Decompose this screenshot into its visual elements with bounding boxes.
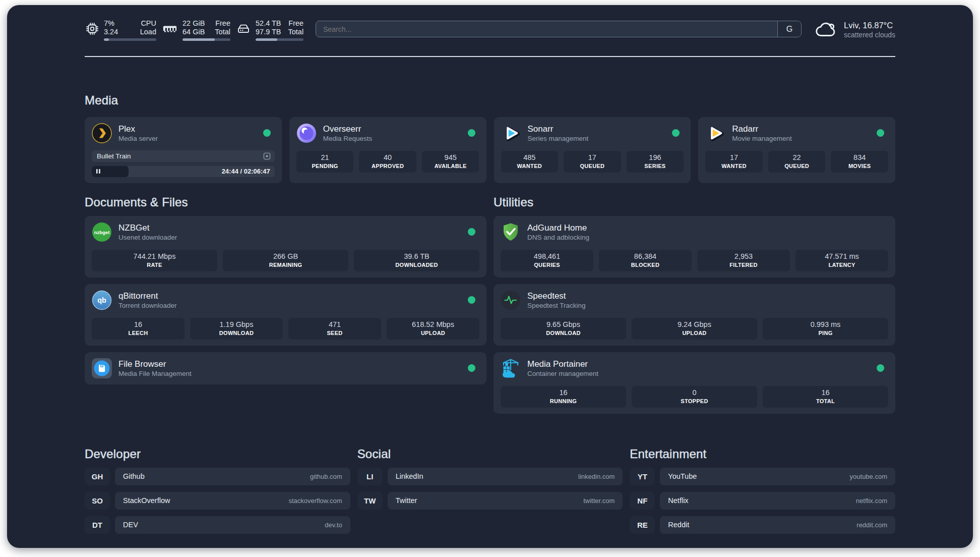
service-card-adguard[interactable]: AdGuard Home DNS and adblocking 498,461Q… (494, 216, 895, 277)
bookmark-abbr: RE (630, 516, 655, 534)
service-description: Media server (118, 134, 158, 143)
stat-box: 485WANTED (501, 151, 559, 173)
sonarr-icon (501, 123, 521, 143)
bookmark-url: stackoverflow.com (288, 497, 342, 505)
stat-box: 498,461QUERIES (501, 250, 593, 271)
cpu-progress-bar (104, 38, 156, 41)
disk-free-label: Free (288, 19, 304, 28)
top-bar: 7% 3.24 CPU Load (85, 5, 895, 41)
service-name: Speedtest (527, 291, 586, 301)
status-dot (468, 296, 475, 304)
bookmark-youtube[interactable]: YT YouTubeyoutube.com (630, 468, 895, 485)
stat-box: 1.19 GbpsDOWNLOAD (190, 318, 283, 340)
section-title-media: Media (85, 93, 895, 107)
stat-box: 9.65 GbpsDOWNLOAD (501, 318, 626, 340)
radarr-icon (705, 123, 725, 143)
service-description: Speedtest Tracking (527, 301, 586, 310)
disk-free-value: 52.4 TB (256, 19, 281, 28)
search-provider-button[interactable]: G (777, 21, 801, 37)
section-media: Media Plex Media server Bullet Train (85, 93, 895, 183)
memory-total-label: Total (215, 28, 230, 36)
cpu-label: CPU (140, 19, 156, 28)
service-description: Usenet downloader (118, 233, 177, 242)
service-name: File Browser (118, 359, 192, 369)
service-description: Movie management (732, 134, 792, 143)
bookmark-url: dev.to (325, 521, 342, 529)
stat-box: 16RUNNING (501, 386, 626, 408)
service-card-nzbget[interactable]: nzbget NZBGet Usenet downloader 744.21 M… (85, 216, 486, 277)
bookmark-url: linkedin.com (578, 473, 615, 480)
stat-box: 196SERIES (627, 151, 684, 173)
bookmark-dev[interactable]: DT DEVdev.to (85, 516, 350, 534)
cpu-load-value: 3.24 (104, 28, 118, 36)
disk-total-label: Total (288, 28, 304, 36)
service-description: Container management (527, 369, 598, 378)
stat-box: 86,384BLOCKED (599, 250, 692, 271)
stat-box: 834MOVIES (831, 151, 888, 173)
stat-box: 618.52 MbpsUPLOAD (387, 318, 479, 340)
service-card-filebrowser[interactable]: File Browser Media File Management (85, 352, 486, 384)
bookmark-twitter[interactable]: TW Twittertwitter.com (357, 492, 623, 510)
bookmark-url: github.com (310, 473, 342, 480)
weather-widget[interactable]: Lviv, 16.87°C scattered clouds (815, 20, 895, 39)
stat-box: 40APPROVED (359, 151, 416, 173)
plex-now-playing-title: Bullet Train (97, 152, 131, 160)
status-dot (263, 129, 271, 137)
service-card-sonarr[interactable]: Sonarr Series management 485WANTED 17QUE… (494, 117, 691, 183)
service-name: AdGuard Home (527, 222, 589, 233)
section-title-utilities: Utilities (494, 195, 895, 209)
bookmark-name: Reddit (668, 521, 689, 529)
service-name: Radarr (732, 124, 792, 134)
service-card-plex[interactable]: Plex Media server Bullet Train (85, 117, 282, 183)
bookmark-name: Twitter (396, 496, 417, 505)
service-card-overseerr[interactable]: Overseerr Media Requests 21PENDING 40APP… (289, 117, 486, 183)
stat-box: 9.24 GbpsUPLOAD (632, 318, 757, 340)
weather-location-temp: Lviv, 16.87°C (844, 20, 895, 30)
disk-progress-bar (256, 38, 303, 41)
search-input[interactable] (316, 21, 777, 37)
nzbget-icon: nzbget (92, 222, 112, 242)
section-title-developer: Developer (85, 447, 350, 461)
service-description: DNS and adblocking (527, 233, 589, 242)
stat-box: 22QUEUED (768, 151, 826, 173)
cast-icon (263, 152, 271, 160)
stat-box: 16TOTAL (763, 386, 888, 408)
bookmark-reddit[interactable]: RE Redditreddit.com (630, 516, 895, 534)
bookmark-name: StackOverflow (123, 496, 170, 505)
adguard-icon (501, 222, 521, 242)
qbittorrent-icon: qb (92, 290, 112, 310)
status-dot (877, 129, 884, 137)
bookmark-url: youtube.com (850, 473, 887, 480)
bookmark-abbr: DT (85, 516, 110, 534)
svg-text:qb: qb (97, 296, 106, 304)
service-card-radarr[interactable]: Radarr Movie management 17WANTED 22QUEUE… (698, 117, 895, 183)
disk-widget: 52.4 TB 97.9 TB Free Total (235, 19, 303, 41)
memory-widget: 22 GiB 64 GiB Free Total (161, 19, 230, 41)
bookmark-stackoverflow[interactable]: SO StackOverflowstackoverflow.com (85, 492, 350, 510)
bookmark-netflix[interactable]: NF Netflixnetflix.com (630, 492, 895, 510)
stat-box: 21PENDING (296, 151, 354, 173)
memory-total-value: 64 GiB (182, 28, 205, 36)
cpu-load-label: Load (140, 28, 156, 36)
service-name: Sonarr (528, 124, 589, 134)
cpu-usage-value: 7% (104, 19, 118, 28)
service-card-portainer[interactable]: Media Portainer Container management 16R… (494, 352, 895, 414)
status-dot (672, 129, 680, 137)
bookmark-url: netflix.com (856, 497, 887, 505)
service-description: Torrent downloader (118, 301, 177, 310)
dashboard-panel: 7% 3.24 CPU Load (7, 5, 973, 548)
filebrowser-icon (92, 358, 112, 378)
plex-icon (92, 123, 112, 143)
bookmark-abbr: YT (630, 468, 655, 485)
service-card-qbittorrent[interactable]: qb qBittorrent Torrent downloader 16LEEC… (85, 284, 486, 346)
bookmark-linkedin[interactable]: LI LinkedInlinkedin.com (357, 468, 623, 485)
plex-progress-time: 24:44 / 02:06:47 (222, 168, 275, 175)
service-card-speedtest[interactable]: Speedtest Speedtest Tracking 9.65 GbpsDO… (494, 284, 895, 346)
memory-progress-bar (182, 38, 230, 41)
stat-box: 0STOPPED (632, 386, 757, 408)
service-description: Series management (528, 134, 589, 143)
section-utilities: Utilities AdGuard Home DNS a (494, 195, 895, 414)
bookmark-github[interactable]: GH Githubgithub.com (85, 468, 350, 485)
status-dot (468, 364, 475, 372)
bookmark-url: reddit.com (856, 521, 887, 529)
